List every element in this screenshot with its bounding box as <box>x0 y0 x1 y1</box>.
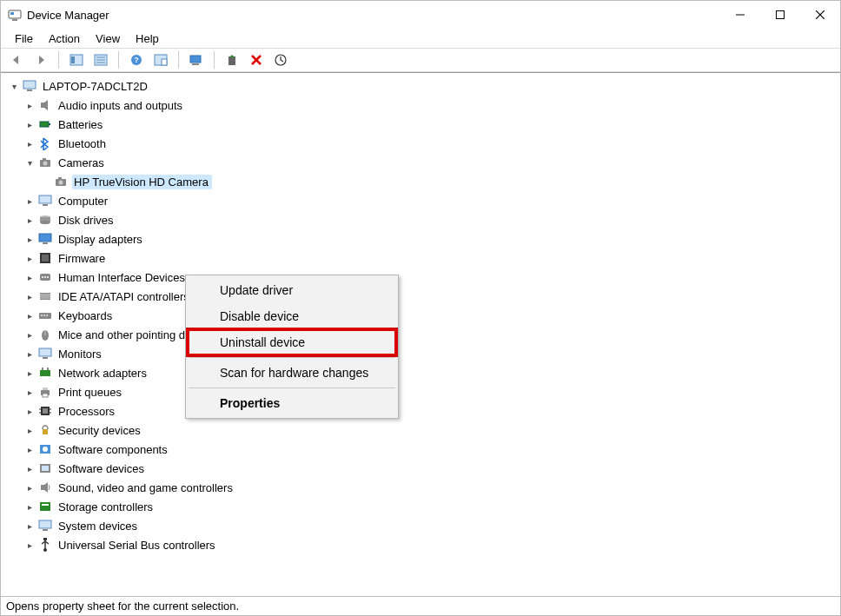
tree-root-node[interactable]: ▾LAPTOP-7ADCLT2D <box>8 76 840 96</box>
ide-icon <box>37 288 53 304</box>
chevron-right-icon[interactable]: ▸ <box>23 195 36 207</box>
show-hide-console-tree-button[interactable] <box>66 50 87 70</box>
svg-point-44 <box>42 276 43 278</box>
svg-rect-35 <box>43 204 48 206</box>
tree-category[interactable]: ▸Universal Serial Bus controllers <box>23 535 840 554</box>
properties-button[interactable] <box>90 50 111 70</box>
nic-icon <box>37 365 53 381</box>
svg-rect-23 <box>23 81 36 89</box>
chevron-right-icon[interactable]: ▸ <box>23 137 36 149</box>
tree-category[interactable]: ▸Storage controllers <box>23 497 840 516</box>
chevron-right-icon[interactable]: ▸ <box>23 520 36 532</box>
chevron-right-icon[interactable]: ▸ <box>23 328 36 341</box>
action-button[interactable] <box>150 50 171 70</box>
tree-category-label: Universal Serial Bus controllers <box>56 538 219 553</box>
forward-button[interactable] <box>30 50 51 70</box>
context-menu-item[interactable]: Update driver <box>188 277 396 303</box>
tree-category-label: Computer <box>56 194 111 209</box>
context-menu-item[interactable]: Scan for hardware changes <box>188 360 396 386</box>
close-button[interactable] <box>800 1 840 29</box>
tree-category[interactable]: ▸Processors <box>23 401 840 421</box>
tree-category[interactable]: ▸Print queues <box>23 382 840 401</box>
svg-point-73 <box>43 447 48 452</box>
chevron-right-icon[interactable]: ▸ <box>23 500 36 513</box>
chevron-right-icon[interactable]: ▸ <box>23 309 36 321</box>
minimize-button[interactable] <box>720 1 760 29</box>
tree-category[interactable]: ▸Mice and other pointing devices <box>23 325 840 344</box>
menu-view[interactable]: View <box>89 30 127 47</box>
tree-category[interactable]: ▸Network adapters <box>23 363 840 382</box>
chevron-right-icon[interactable]: ▸ <box>23 348 36 360</box>
svg-rect-26 <box>40 122 49 127</box>
camera-icon <box>53 174 69 189</box>
disable-device-button[interactable] <box>270 50 291 70</box>
tree-category[interactable]: ▸Firmware <box>23 248 840 268</box>
chevron-down-icon[interactable]: ▾ <box>23 156 36 169</box>
tree-category[interactable]: ▸Security devices <box>23 421 840 440</box>
scan-hardware-button[interactable] <box>186 50 207 70</box>
uninstall-device-button[interactable] <box>246 50 267 70</box>
tree-category-label: Security devices <box>56 423 144 438</box>
svg-point-29 <box>43 162 48 166</box>
tree-category-label: Software components <box>56 442 171 457</box>
chevron-down-icon[interactable]: ▾ <box>8 80 20 92</box>
camera-icon <box>37 155 53 170</box>
tree-category[interactable]: ▸Disk drives <box>23 210 840 229</box>
chevron-right-icon[interactable]: ▸ <box>23 271 36 283</box>
computer-icon <box>37 193 53 209</box>
chevron-right-icon[interactable]: ▸ <box>23 405 36 417</box>
tree-device[interactable]: HP TrueVision HD Camera <box>39 172 840 191</box>
chevron-right-icon[interactable]: ▸ <box>23 118 36 130</box>
tree-category[interactable]: ▸Audio inputs and outputs <box>23 96 840 115</box>
context-menu-item[interactable]: Uninstall device <box>188 329 396 355</box>
tree-category[interactable]: ▸System devices <box>23 516 840 535</box>
chevron-right-icon[interactable]: ▸ <box>23 539 36 551</box>
tree-category[interactable]: ▸Software components <box>23 440 840 459</box>
chevron-right-icon[interactable]: ▸ <box>23 214 36 226</box>
svg-rect-64 <box>43 394 48 397</box>
bluetooth-icon <box>37 136 53 151</box>
tree-category[interactable]: ▸Computer <box>23 191 840 210</box>
chevron-right-icon[interactable]: ▸ <box>23 443 36 455</box>
chevron-right-icon[interactable]: ▸ <box>23 290 36 302</box>
context-menu-item[interactable]: Properties <box>188 390 396 416</box>
help-button[interactable]: ? <box>126 50 147 70</box>
chevron-right-icon[interactable]: ▸ <box>23 252 36 264</box>
tree-category-label: Display adapters <box>56 232 146 247</box>
tree-category-label: Bluetooth <box>56 136 109 151</box>
tree-category[interactable]: ▸Keyboards <box>23 306 840 325</box>
printer-icon <box>37 384 53 400</box>
toolbar-separator <box>58 51 59 69</box>
menu-help[interactable]: Help <box>129 30 166 47</box>
tree-category[interactable]: ▸Sound, video and game controllers <box>23 478 840 497</box>
chevron-right-icon[interactable]: ▸ <box>23 233 36 245</box>
tree-category[interactable]: ▸Human Interface Devices <box>23 268 840 287</box>
tree-category[interactable]: ▾Cameras <box>23 153 840 172</box>
cpu-icon <box>37 403 53 419</box>
tree-category[interactable]: ▸Batteries <box>23 115 840 134</box>
update-driver-button[interactable] <box>222 50 242 70</box>
tree-category[interactable]: ▸Bluetooth <box>23 134 840 153</box>
chevron-right-icon[interactable]: ▸ <box>23 367 36 379</box>
chevron-right-icon[interactable]: ▸ <box>23 99 36 111</box>
tree-category[interactable]: ▸Monitors <box>23 344 840 363</box>
menu-file[interactable]: File <box>8 30 40 47</box>
svg-rect-40 <box>43 242 48 244</box>
svg-rect-24 <box>27 89 32 91</box>
maximize-button[interactable] <box>760 1 800 29</box>
tree-category[interactable]: ▸Software devices <box>23 459 840 478</box>
context-menu-item[interactable]: Disable device <box>188 303 396 329</box>
chevron-right-icon[interactable]: ▸ <box>23 481 36 493</box>
menu-action[interactable]: Action <box>42 30 87 47</box>
chevron-right-icon[interactable]: ▸ <box>23 386 36 398</box>
chevron-right-icon[interactable]: ▸ <box>23 424 36 436</box>
tree-category[interactable]: ▸IDE ATA/ATAPI controllers <box>23 287 840 306</box>
back-button[interactable] <box>6 50 27 70</box>
tree-category-label: Processors <box>56 404 118 419</box>
chevron-right-icon[interactable]: ▸ <box>23 462 36 474</box>
tree-category[interactable]: ▸Display adapters <box>23 229 840 248</box>
svg-rect-75 <box>42 466 49 471</box>
svg-rect-53 <box>43 315 45 316</box>
device-tree[interactable]: ▾LAPTOP-7ADCLT2D▸Audio inputs and output… <box>1 72 840 596</box>
svg-rect-82 <box>43 538 47 540</box>
